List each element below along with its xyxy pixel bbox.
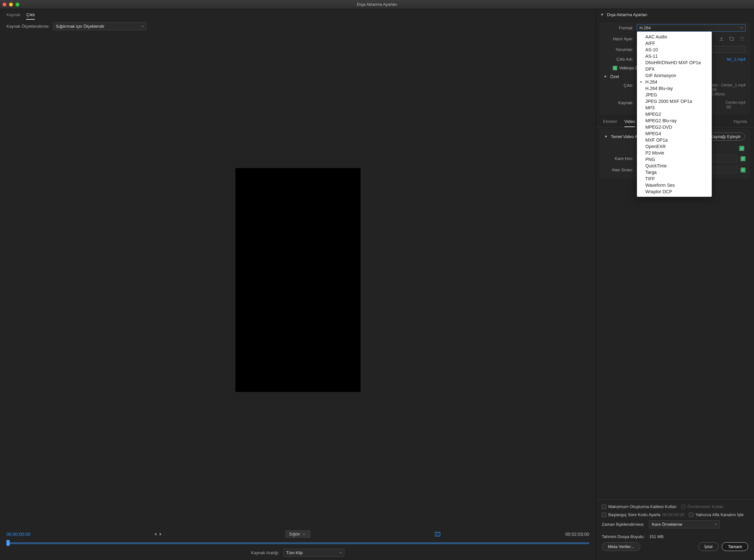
link-dimensions-checkbox[interactable]	[739, 146, 744, 151]
out-timecode: 00:02:03:00	[565, 532, 589, 537]
use-previews-checkbox	[681, 504, 686, 509]
summary-output-label: Çıktı:	[604, 83, 633, 88]
titlebar: Dışa Aktarma Ayarları	[0, 0, 754, 9]
export-video-label: Videoyu D	[619, 65, 638, 70]
tab-publish[interactable]: Yayınla	[733, 119, 747, 127]
cancel-button[interactable]: İptal	[698, 542, 718, 551]
minimize-window-icon[interactable]	[9, 3, 13, 6]
match-source-button[interactable]: Kaynağı Eşleştir	[706, 133, 745, 141]
format-option[interactable]: MPEG2	[637, 111, 712, 117]
format-option[interactable]: AIFF	[637, 40, 712, 46]
output-name-label: Çıktı Adı:	[604, 57, 633, 62]
format-option[interactable]: PNG	[637, 156, 712, 163]
format-option[interactable]: QuickTime	[637, 163, 712, 169]
format-option[interactable]: OpenEXR	[637, 143, 712, 150]
scaling-label: Kaynak Ölçeklendirme:	[6, 24, 50, 29]
time-interp-label: Zaman İlişkilendirmesi:	[602, 522, 644, 527]
fit-select[interactable]: Sığdır	[285, 530, 310, 538]
timeline-track[interactable]	[6, 542, 589, 544]
format-option[interactable]: MXF OP1a	[637, 137, 712, 143]
summary-label[interactable]: Özet	[610, 74, 619, 79]
framerate-label: Kare Hızı:	[604, 156, 633, 161]
export-video-checkbox[interactable]	[613, 66, 617, 70]
playhead-icon[interactable]	[6, 540, 10, 546]
format-option[interactable]: Wraptor DCP	[637, 188, 712, 195]
field-order-label: Alan Sırası:	[604, 167, 633, 172]
format-option[interactable]: Waveform Ses	[637, 182, 712, 188]
preview-canvas	[236, 168, 361, 392]
format-option[interactable]: MPEG2 Blu-ray	[637, 117, 712, 124]
est-size-value: 151 MB	[649, 534, 664, 539]
ok-button[interactable]: Tamam	[722, 542, 748, 551]
est-size-label: Tahmini Dosya Boyutu:	[602, 534, 645, 539]
aspect-crop-icon[interactable]	[434, 531, 441, 537]
field-match-checkbox[interactable]	[740, 167, 746, 173]
time-interp-select[interactable]: Kare Örnekleme	[649, 520, 720, 528]
format-option[interactable]: MPEG2-DVD	[637, 124, 712, 130]
start-timecode-label: Başlangıç Süre Kodu Ayarla	[608, 512, 660, 517]
metadata-button[interactable]: Meta Veriler...	[602, 542, 640, 551]
format-label: Format:	[604, 25, 633, 30]
range-label: Kaynak Aralığı:	[251, 550, 279, 555]
alpha-only-checkbox[interactable]	[689, 513, 693, 517]
window-title: Dışa Aktarma Ayarları	[357, 2, 397, 7]
comments-label: Yorumlar:	[604, 47, 633, 52]
summary-source-label: Kaynak:	[604, 100, 633, 105]
format-select[interactable]: H.264 AAC AudioAIFFAS-10AS-11DNxHR/DNxHD…	[637, 24, 746, 32]
format-option[interactable]: P2 Movie	[637, 150, 712, 156]
start-timecode-checkbox[interactable]	[602, 513, 606, 517]
format-option[interactable]: DNxHR/DNxHD MXF OP1a	[637, 59, 712, 66]
max-quality-checkbox[interactable]	[602, 504, 606, 509]
close-window-icon[interactable]	[3, 3, 6, 6]
format-option[interactable]: JPEG	[637, 92, 712, 98]
format-option[interactable]: GIF Animasyon	[637, 72, 712, 79]
step-back-icon[interactable]	[155, 533, 157, 536]
preview-area	[0, 33, 596, 527]
format-option[interactable]: AS-10	[637, 46, 712, 53]
in-timecode[interactable]: 00:00:00:00	[6, 532, 30, 537]
tab-video[interactable]: Video	[624, 119, 635, 127]
scaling-select[interactable]: Sığdırmak için Ölçeklendir	[53, 22, 146, 30]
import-preset-icon[interactable]	[728, 36, 735, 42]
tab-output[interactable]: Çıktı	[26, 12, 35, 20]
export-settings-heading[interactable]: Dışa Aktarma Ayarları	[596, 9, 754, 20]
svg-rect-1	[436, 532, 439, 536]
save-preset-icon[interactable]	[718, 36, 725, 42]
format-option[interactable]: MPEG4	[637, 130, 712, 137]
delete-preset-icon	[738, 36, 746, 42]
format-option[interactable]: AS-11	[637, 53, 712, 59]
svg-rect-0	[435, 532, 440, 536]
framerate-match-checkbox[interactable]	[740, 156, 746, 161]
format-option[interactable]: H.264 Blu-ray	[637, 85, 712, 92]
format-option[interactable]: JPEG 2000 MXF OP1a	[637, 98, 712, 104]
basic-video-heading[interactable]: Temel Video A	[611, 134, 637, 139]
max-quality-label: Maksimum Oluşturma Kalitesi Kullan	[608, 504, 677, 509]
tab-effects[interactable]: Efektler	[603, 119, 617, 127]
tab-source[interactable]: Kaynak	[6, 12, 20, 20]
output-name-link[interactable]: ter_1.mp4	[727, 57, 746, 62]
range-select[interactable]: Tüm Klip	[283, 549, 344, 557]
preset-label: Hazır Ayar:	[604, 37, 633, 41]
format-option[interactable]: MP3	[637, 104, 712, 111]
use-previews-label: Önizlemeleri Kullan	[688, 504, 724, 509]
format-option[interactable]: TIFF	[637, 176, 712, 182]
format-option[interactable]: Targa	[637, 169, 712, 176]
format-option[interactable]: DPX	[637, 66, 712, 72]
maximize-window-icon[interactable]	[16, 3, 19, 6]
step-forward-icon[interactable]	[160, 533, 162, 536]
format-option[interactable]: H.264	[637, 79, 712, 85]
format-dropdown[interactable]: AAC AudioAIFFAS-10AS-11DNxHR/DNxHD MXF O…	[637, 32, 712, 197]
alpha-only-label: Yalnızca Alfa Kanalını İşle	[695, 512, 743, 517]
format-option[interactable]: AAC Audio	[637, 34, 712, 40]
